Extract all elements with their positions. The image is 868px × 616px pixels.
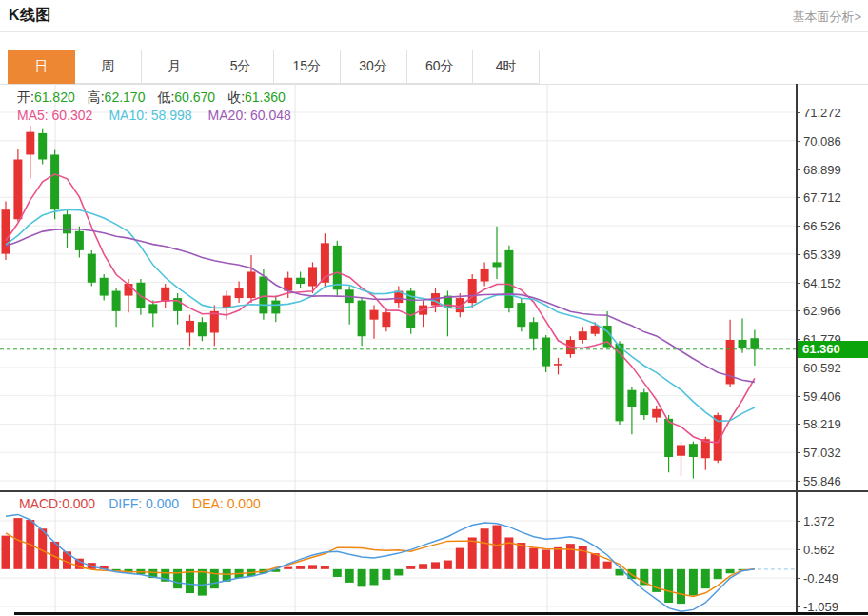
y-axis-label: 65.339 — [803, 248, 841, 262]
candle — [456, 298, 464, 312]
close-readout: 收:61.360 — [227, 89, 286, 107]
macd-bar — [321, 566, 329, 569]
tab-日[interactable]: 日 — [8, 50, 75, 84]
tab-周[interactable]: 周 — [75, 50, 142, 84]
macd-bar — [677, 569, 685, 604]
dea-line — [6, 533, 755, 597]
macd-bar — [333, 569, 342, 577]
candle — [382, 312, 390, 327]
candle — [308, 267, 317, 286]
candle — [186, 321, 194, 333]
macd-bar — [284, 567, 292, 569]
tab-4时[interactable]: 4时 — [473, 50, 540, 84]
candle — [504, 250, 513, 308]
candle — [223, 296, 231, 308]
macd-bar — [529, 548, 538, 569]
high-readout: 高:62.170 — [88, 89, 146, 107]
macd-bar — [2, 536, 10, 569]
candle — [63, 214, 71, 233]
tab-30分[interactable]: 30分 — [341, 50, 407, 84]
open-readout: 开:61.820 — [17, 89, 75, 107]
macd-bar — [419, 564, 427, 569]
macd-bar — [444, 561, 452, 569]
macd-bar — [406, 566, 415, 569]
macd-value-readout: MACD:0.000 — [19, 496, 95, 511]
macd-bar — [308, 565, 317, 568]
y-axis-label: 67.712 — [803, 190, 841, 205]
ma10-line — [6, 209, 755, 421]
y-axis-label: 71.272 — [803, 106, 841, 120]
candle — [652, 409, 661, 418]
bottom-border — [14, 612, 868, 615]
macd-bar — [554, 547, 562, 569]
y-axis-label: 66.526 — [803, 219, 841, 233]
y-axis-label: 59.406 — [803, 389, 841, 404]
macd-bar — [664, 569, 673, 603]
macd-bar — [456, 548, 464, 569]
macd-bar — [689, 569, 698, 596]
y-axis-label: 70.086 — [803, 134, 841, 149]
macd-bar — [493, 526, 502, 569]
candle — [529, 322, 538, 339]
candle — [296, 278, 305, 284]
y-axis-label: 0.562 — [803, 543, 835, 557]
macd-bar — [542, 549, 550, 568]
candle — [677, 445, 685, 455]
macd-bar — [603, 562, 612, 569]
period-tab-bar: 日周月5分15分30分60分4时 — [8, 50, 540, 84]
page-title: K线图 — [9, 6, 51, 26]
candle — [88, 254, 96, 283]
y-axis-label: 1.372 — [803, 514, 835, 528]
low-readout: 低:60.670 — [157, 89, 215, 107]
y-axis-label: 64.152 — [803, 276, 841, 290]
y-axis-label: -0.249 — [803, 571, 838, 586]
y-axis-label: 58.219 — [803, 417, 841, 431]
candle — [161, 288, 169, 302]
diff-value-readout: DIFF: 0.000 — [108, 496, 179, 511]
ohlc-readout: 开:61.820 高:62.170 低:60.670 收:61.360 — [17, 89, 286, 107]
candle — [358, 301, 366, 337]
y-axis-label: 68.899 — [803, 163, 841, 177]
macd-bar — [517, 543, 525, 569]
macd-bar — [210, 569, 219, 588]
candle — [579, 331, 587, 340]
tab-5分[interactable]: 5分 — [207, 50, 274, 84]
macd-readout: MACD:0.000 DIFF: 0.000 DEA: 0.000 — [19, 496, 261, 511]
y-axis-label: 60.592 — [803, 361, 841, 375]
candle — [38, 133, 47, 160]
candle — [591, 326, 600, 334]
macd-bar — [358, 569, 366, 587]
ma20-readout: MA20: 60.048 — [208, 108, 291, 123]
fundamental-analysis-link[interactable]: 基本面分析> — [792, 9, 861, 26]
candle — [739, 340, 747, 348]
tab-月[interactable]: 月 — [142, 50, 208, 84]
macd-bar — [382, 569, 390, 580]
candle — [247, 271, 256, 298]
candle — [664, 419, 673, 457]
macd-bar — [370, 569, 379, 586]
candle — [370, 310, 379, 320]
candle — [26, 132, 34, 155]
candle — [627, 390, 636, 407]
diff-line — [6, 514, 755, 611]
candle — [493, 262, 502, 267]
y-axis-label: 55.846 — [803, 474, 841, 488]
ma-readout: MA5: 60.302 MA10: 58.998 MA20: 60.048 — [17, 108, 291, 123]
candle — [235, 288, 244, 298]
macd-bar — [345, 569, 354, 583]
tab-60分[interactable]: 60分 — [407, 50, 474, 84]
macd-bar — [701, 569, 710, 588]
candle — [75, 231, 84, 250]
candle — [271, 301, 280, 314]
main-candlestick-chart[interactable] — [0, 84, 796, 491]
candle — [750, 338, 759, 349]
y-axis-label: 57.032 — [803, 446, 841, 460]
candle — [148, 304, 157, 313]
candle — [259, 276, 267, 313]
candle — [616, 344, 624, 422]
current-price-badge: 61.360 — [798, 341, 868, 358]
candle — [689, 444, 698, 457]
candle — [13, 159, 22, 219]
y-axis-label: 62.966 — [803, 304, 841, 318]
tab-15分[interactable]: 15分 — [274, 50, 341, 84]
